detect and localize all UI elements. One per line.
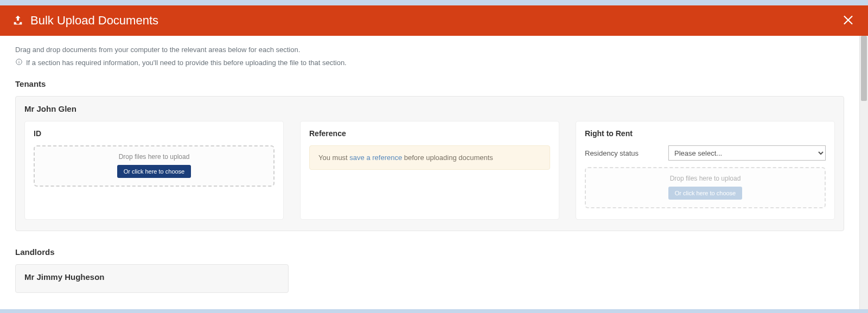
landlord-name: Mr Jimmy Hugheson: [24, 272, 279, 282]
section-title-landlords: Landlords: [15, 247, 844, 257]
modal-header-left: Bulk Upload Documents: [12, 14, 158, 28]
choose-file-button-id[interactable]: Or click here to choose: [117, 165, 192, 178]
residency-status-row: Residency status Please select...: [585, 145, 826, 161]
tenant-name: Mr John Glen: [24, 104, 835, 113]
card-reference-title: Reference: [309, 129, 550, 138]
modal-header: Bulk Upload Documents: [0, 5, 868, 36]
modal-title: Bulk Upload Documents: [30, 14, 158, 28]
card-rtr-title: Right to Rent: [585, 129, 826, 138]
choose-file-button-rtr: Or click here to choose: [668, 187, 743, 200]
card-id: ID Drop files here to upload Or click he…: [24, 121, 284, 220]
modal-body: Drag and drop documents from your comput…: [0, 36, 859, 309]
dropzone-rtr-text: Drop files here to upload: [591, 175, 819, 182]
bulk-upload-modal: Bulk Upload Documents Drag and drop docu…: [0, 5, 868, 309]
card-id-title: ID: [34, 129, 275, 138]
close-icon[interactable]: [842, 13, 856, 29]
dropzone-id-text: Drop files here to upload: [40, 153, 268, 161]
reference-alert-suffix: before uploading documents: [402, 154, 493, 162]
scrollbar-thumb[interactable]: [861, 36, 867, 101]
dropzone-rtr: Drop files here to upload Or click here …: [585, 167, 826, 208]
reference-alert-prefix: You must: [318, 154, 349, 162]
tenant-cards: ID Drop files here to upload Or click he…: [24, 121, 835, 220]
card-reference: Reference You must save a reference befo…: [300, 121, 559, 220]
modal-body-wrap: Drag and drop documents from your comput…: [0, 36, 868, 309]
info-icon: [15, 58, 23, 67]
card-right-to-rent: Right to Rent Residency status Please se…: [576, 121, 835, 220]
upload-icon: [12, 14, 24, 28]
residency-status-label: Residency status: [585, 149, 661, 157]
intro-line-2: If a section has required information, y…: [15, 58, 844, 67]
dropzone-id[interactable]: Drop files here to upload Or click here …: [34, 145, 275, 187]
intro-line-1: Drag and drop documents from your comput…: [15, 46, 844, 54]
intro-line-2-text: If a section has required information, y…: [26, 59, 347, 67]
app-root: Bulk Upload Documents Drag and drop docu…: [0, 0, 868, 309]
svg-point-2: [19, 60, 20, 61]
save-reference-link[interactable]: save a reference: [349, 154, 402, 162]
landlord-group: Mr Jimmy Hugheson: [15, 264, 289, 293]
section-title-tenants: Tenants: [15, 79, 844, 88]
reference-alert: You must save a reference before uploadi…: [309, 145, 550, 170]
residency-status-select[interactable]: Please select...: [668, 145, 826, 161]
vertical-scrollbar[interactable]: [859, 36, 868, 309]
tenant-group: Mr John Glen ID Drop files here to uploa…: [15, 96, 844, 231]
